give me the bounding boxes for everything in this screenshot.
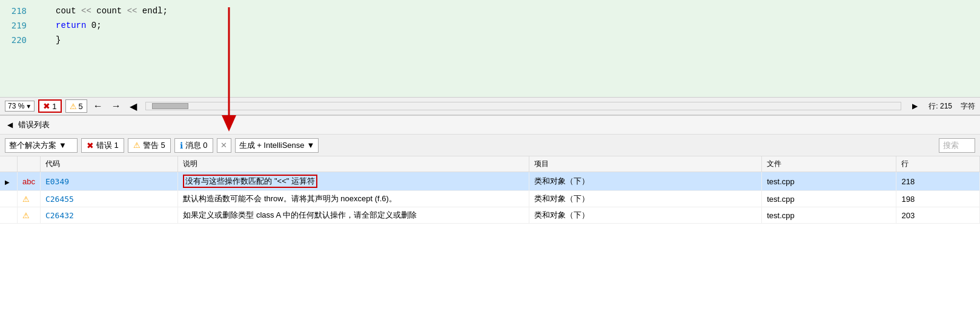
col-line-header[interactable]: 行	[896, 156, 980, 172]
shift-op-1: <<	[81, 6, 91, 16]
row-line-cell: 218	[896, 172, 980, 191]
line-content-218: cout << count << endl;	[44, 6, 168, 16]
col-description-header[interactable]: 说明	[178, 156, 529, 172]
error-circle-icon: ✖	[43, 101, 50, 111]
zoom-dropdown-icon: ▼	[25, 103, 31, 110]
col-type-icon	[18, 156, 41, 172]
table-row[interactable]: ⚠ C26432 如果定义或删除类型 class A 中的任何默认操作，请全部定…	[0, 207, 980, 224]
row-file-cell: test.cpp	[762, 207, 896, 224]
row-file-cell: test.cpp	[762, 191, 896, 207]
error-code: E0349	[45, 177, 69, 186]
col-code-header[interactable]: 代码	[40, 156, 177, 172]
warning-filter-icon: ⚠	[133, 141, 141, 150]
search-placeholder: 搜索	[943, 140, 959, 151]
table-row[interactable]: ▶ abc E0349 没有与这些操作数匹配的 "<<" 运算符 类和对象（下）…	[0, 172, 980, 191]
code-line-220: 220 }	[0, 33, 980, 47]
line-content-220: }	[44, 35, 61, 45]
row-type-cell: ⚠	[18, 191, 41, 207]
line-number-220: 220	[0, 35, 36, 45]
nav-forward-arrow[interactable]: →	[109, 101, 124, 112]
row-type-cell: abc	[18, 172, 41, 191]
row-description-cell: 默认构造函数可能不会 throw。请将其声明为 noexcept (f.6)。	[178, 191, 529, 207]
error-badge[interactable]: ✖ 1	[38, 99, 61, 113]
build-dropdown-arrow: ▼	[307, 141, 315, 150]
warning-line-2: 203	[901, 211, 915, 220]
file-header-label: 文件	[767, 159, 781, 169]
search-box[interactable]: 搜索	[939, 138, 975, 153]
shift-op-2: <<	[127, 6, 137, 16]
row-project-cell: 类和对象（下）	[529, 191, 762, 207]
nav-back-arrow[interactable]: ←	[91, 101, 105, 112]
return-value: 0;	[86, 21, 101, 30]
error-project: 类和对象（下）	[534, 176, 589, 185]
solution-label: 整个解决方案	[9, 140, 56, 151]
table-header-row: 代码 说明 项目 文件 行	[0, 156, 980, 172]
warning-triangle-icon: ⚠	[70, 102, 77, 111]
error-count: 1	[52, 102, 56, 111]
code-line-219: 219 return 0;	[0, 18, 980, 33]
project-header-label: 项目	[534, 159, 549, 169]
info-filter-icon: ℹ	[180, 141, 183, 150]
warning-description-1: 默认构造函数可能不会 throw。请将其声明为 noexcept (f.6)。	[183, 194, 397, 203]
collapse-panel-button[interactable]: ◀	[5, 120, 15, 130]
filter-x-button[interactable]: ✕	[217, 138, 231, 153]
row-code-cell: C26455	[40, 191, 177, 207]
nav-left-arrow[interactable]: ◀	[127, 101, 139, 112]
col-file-header[interactable]: 文件	[762, 156, 896, 172]
message-filter-button[interactable]: ℹ 消息 0	[174, 138, 213, 153]
status-bar: 73 % ▼ ✖ 1 ⚠ 5 ← → ◀ ▶ 行: 215 字符	[0, 97, 980, 115]
row-description-cell: 没有与这些操作数匹配的 "<<" 运算符	[178, 172, 529, 191]
row-line-cell: 198	[896, 191, 980, 207]
char-info: 字符	[961, 101, 975, 112]
message-filter-label: 消息 0	[185, 140, 208, 151]
col-project-header[interactable]: 项目	[529, 156, 762, 172]
closing-brace: }	[56, 35, 61, 45]
expand-icon[interactable]: ▶	[5, 179, 10, 185]
error-panel-title: 错误列表	[18, 119, 50, 130]
error-toolbar: 整个解决方案 ▼ ✖ 错误 1 ⚠ 警告 5 ℹ 消息 0 ✕ 生成 + Int…	[0, 135, 980, 156]
row-expand-cell[interactable]: ▶	[0, 172, 18, 191]
horizontal-scrollbar[interactable]	[145, 102, 902, 110]
error-filter-icon: ✖	[87, 141, 94, 150]
solution-dropdown[interactable]: 整个解决方案 ▼	[5, 138, 78, 153]
row-file-cell: test.cpp	[762, 172, 896, 191]
error-line: 218	[901, 177, 915, 186]
error-filter-button[interactable]: ✖ 错误 1	[81, 138, 124, 153]
error-filter-label: 错误 1	[96, 140, 119, 151]
endl-kw: endl;	[137, 6, 167, 16]
nav-right-arrow[interactable]: ▶	[910, 102, 920, 110]
warning-code-2: C26432	[45, 211, 74, 220]
warning-file-2: test.cpp	[767, 211, 795, 220]
code-header-label: 代码	[45, 159, 60, 169]
warning-description-2: 如果定义或删除类型 class A 中的任何默认操作，请全部定义或删除	[183, 210, 417, 219]
error-file: test.cpp	[767, 177, 795, 186]
warning-line-1: 198	[901, 195, 915, 204]
error-table: 代码 说明 项目 文件 行 ▶	[0, 156, 980, 224]
warning-code-1: C26455	[45, 195, 74, 204]
zoom-control[interactable]: 73 % ▼	[5, 101, 35, 112]
code-line-218: 218 cout << count << endl;	[0, 4, 980, 18]
line-number-218: 218	[0, 6, 36, 16]
scrollbar-thumb[interactable]	[152, 103, 188, 109]
funnel-x-icon: ✕	[220, 141, 227, 150]
row-expand-cell	[0, 191, 18, 207]
position-info: 行: 215	[929, 101, 952, 112]
row-code-cell: C26432	[40, 207, 177, 224]
return-keyword: return	[56, 21, 86, 30]
warning-filter-label: 警告 5	[143, 140, 165, 151]
row-project-cell: 类和对象（下）	[529, 207, 762, 224]
error-type-icon: abc	[22, 177, 35, 186]
warning-type-icon-2: ⚠	[22, 211, 30, 220]
code-lines: 218 cout << count << endl; 219 return 0;…	[0, 0, 980, 51]
row-project-cell: 类和对象（下）	[529, 172, 762, 191]
row-type-cell: ⚠	[18, 207, 41, 224]
build-dropdown[interactable]: 生成 + IntelliSense ▼	[235, 138, 319, 153]
line-content-219: return 0;	[44, 21, 102, 30]
table-row[interactable]: ⚠ C26455 默认构造函数可能不会 throw。请将其声明为 noexcep…	[0, 191, 980, 207]
warning-badge[interactable]: ⚠ 5	[65, 99, 87, 113]
row-code-cell: E0349	[40, 172, 177, 191]
error-description-highlighted: 没有与这些操作数匹配的 "<<" 运算符	[183, 175, 317, 188]
warning-filter-button[interactable]: ⚠ 警告 5	[128, 138, 171, 153]
warning-project-2: 类和对象（下）	[534, 210, 589, 219]
error-table-container: 代码 说明 项目 文件 行 ▶	[0, 156, 980, 224]
